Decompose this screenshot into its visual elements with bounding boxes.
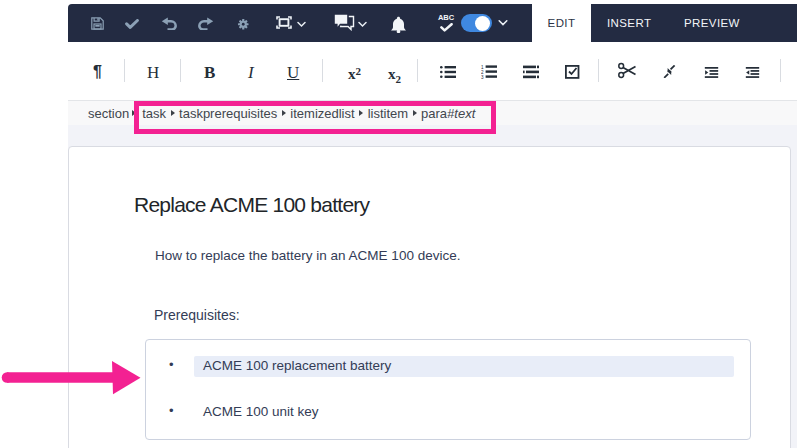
svg-text:3: 3 <box>481 75 484 79</box>
